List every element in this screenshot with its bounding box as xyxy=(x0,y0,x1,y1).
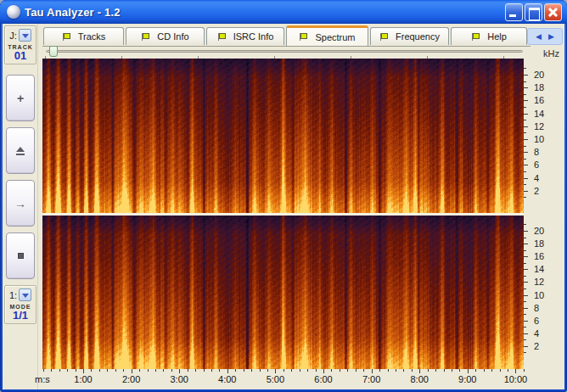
spectrogram-panel-1[interactable] xyxy=(42,59,524,213)
eject-disc-button[interactable] xyxy=(6,127,35,174)
tab-frequency[interactable]: Frequency xyxy=(370,27,449,45)
time-tick xyxy=(59,369,60,372)
window-controls xyxy=(505,3,562,21)
freq-tick xyxy=(524,191,528,192)
time-tick xyxy=(468,369,469,373)
chevron-down-icon[interactable] xyxy=(19,288,31,301)
freq-tick xyxy=(524,231,528,232)
drive-track-group: J: TRACK 01 xyxy=(4,25,36,64)
freq-tick-label: 2 xyxy=(534,186,553,196)
tab-label: Frequency xyxy=(396,31,440,42)
tab-spectrum[interactable]: Spectrum xyxy=(286,25,368,46)
time-tick xyxy=(340,369,340,372)
drive-selector[interactable]: J: xyxy=(5,29,36,42)
freq-tick-label: 4 xyxy=(534,328,553,339)
eject-icon xyxy=(16,147,25,155)
chevron-down-icon[interactable] xyxy=(19,29,31,42)
time-tick-label: 10:00 xyxy=(500,374,531,384)
freq-tick-label: 12 xyxy=(534,121,553,132)
freq-tick-label: 18 xyxy=(534,82,553,92)
add-track-button[interactable]: + xyxy=(6,75,35,121)
freq-tick xyxy=(524,250,526,251)
time-tick-label: 7:00 xyxy=(356,374,387,384)
time-tick xyxy=(267,369,268,372)
freq-tick xyxy=(524,184,526,185)
time-tick xyxy=(179,369,180,373)
freq-tick xyxy=(524,238,526,238)
time-tick-label: 9:00 xyxy=(452,374,483,384)
freq-tick-label: 10 xyxy=(534,134,553,144)
time-tick xyxy=(107,369,108,372)
time-tick xyxy=(227,369,228,373)
time-tick xyxy=(331,369,332,372)
time-tick xyxy=(99,369,100,372)
time-tick xyxy=(163,369,164,372)
freq-tick xyxy=(524,81,526,82)
freq-tick-label: 18 xyxy=(534,238,553,249)
freq-tick xyxy=(524,269,528,270)
time-tick xyxy=(123,369,124,372)
time-tick xyxy=(211,369,212,372)
freq-tick xyxy=(524,75,528,76)
maximize-button[interactable] xyxy=(525,3,542,21)
tab-scroll-right-icon[interactable]: ▶ xyxy=(548,33,554,41)
freq-axis-panel-1: 2018161412108642 xyxy=(524,59,564,213)
time-tick xyxy=(419,369,420,373)
time-tick xyxy=(139,369,140,372)
slider-track[interactable] xyxy=(46,50,523,53)
time-tick xyxy=(524,369,525,372)
time-tick xyxy=(235,369,236,372)
tab-label: CD Info xyxy=(157,31,188,42)
time-tick xyxy=(155,369,156,372)
play-next-button[interactable]: → xyxy=(6,180,35,227)
freq-tick xyxy=(524,139,528,140)
time-tick xyxy=(484,369,485,372)
freq-tick-label: 8 xyxy=(534,147,553,157)
freq-tick xyxy=(524,314,526,315)
time-tick-label: 4:00 xyxy=(212,374,243,384)
slider-thumb[interactable] xyxy=(49,46,58,57)
time-tick xyxy=(132,369,132,373)
freq-tick xyxy=(524,333,528,334)
time-tick xyxy=(195,369,196,372)
window-title: Tau Analyzer - 1.2 xyxy=(25,6,121,19)
freq-tick xyxy=(524,352,526,353)
mode-selector-label: 1: xyxy=(9,290,17,300)
time-tick xyxy=(388,369,389,372)
flag-icon xyxy=(217,33,225,41)
time-tick xyxy=(275,369,276,373)
time-tick xyxy=(91,369,92,372)
freq-tick xyxy=(524,132,526,133)
stop-button[interactable] xyxy=(6,232,35,279)
minimize-button[interactable] xyxy=(505,3,523,21)
titlebar[interactable]: Tau Analyzer - 1.2 xyxy=(0,0,567,24)
mode-selector[interactable]: 1: xyxy=(5,288,36,301)
tab-isrc-info[interactable]: ISRC Info xyxy=(206,27,284,45)
freq-tick-label: 20 xyxy=(534,226,553,236)
time-tick xyxy=(428,369,429,372)
time-tick xyxy=(291,369,292,372)
freq-tick xyxy=(524,152,528,153)
spectrogram-panel-2[interactable] xyxy=(42,216,524,369)
freq-tick xyxy=(524,346,528,347)
freq-tick xyxy=(524,276,526,277)
tab-scroll-left-icon[interactable]: ◀ xyxy=(536,33,542,41)
time-tick xyxy=(76,369,76,372)
tab-tracks[interactable]: Tracks xyxy=(43,27,124,45)
time-tick xyxy=(508,369,508,372)
freq-tick xyxy=(524,224,526,225)
sidebar: J: TRACK 01 +→ 1: MODE 1/1 xyxy=(3,24,38,389)
tab-cd-info[interactable]: CD Info xyxy=(126,27,205,45)
app-icon xyxy=(7,5,20,19)
time-tick xyxy=(251,369,252,372)
time-tick xyxy=(300,369,300,372)
tab-help[interactable]: Help xyxy=(451,27,527,45)
freq-tick xyxy=(524,171,526,172)
flag-icon xyxy=(299,33,306,41)
close-button[interactable] xyxy=(544,3,562,21)
track-number: 01 xyxy=(5,50,36,62)
time-tick xyxy=(491,369,492,372)
app-window: Tau Analyzer - 1.2 J: TRACK 01 +→ 1: xyxy=(0,0,567,392)
time-tick xyxy=(396,369,396,372)
freq-tick xyxy=(524,301,526,302)
